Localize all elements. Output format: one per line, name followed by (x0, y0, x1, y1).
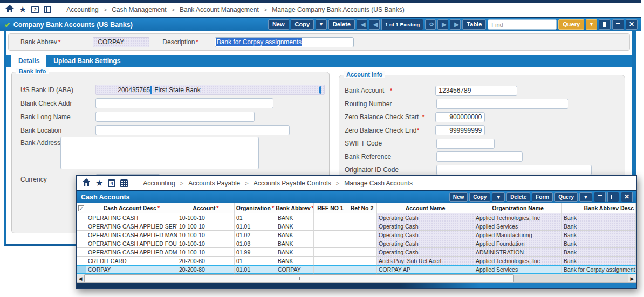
table-row[interactable]: CORPAY20-200-8001.01CORPAYCORPAY APAppli… (77, 265, 636, 274)
table-cell[interactable]: 10-100-10 (177, 239, 235, 248)
select-all-checkbox[interactable]: ✓ (77, 203, 86, 213)
table-cell[interactable]: Applied Technologies, Inc (474, 257, 562, 265)
scrollbar-thumb[interactable] (84, 274, 514, 282)
table-cell[interactable] (347, 239, 377, 248)
previous-record-icon[interactable]: ◀ (369, 19, 380, 30)
row-selector[interactable] (77, 239, 86, 248)
home-icon[interactable] (82, 178, 91, 188)
form-view-button[interactable]: Form (532, 192, 553, 202)
delete-button[interactable]: Delete (506, 192, 530, 202)
table-cell[interactable]: 01.02 (235, 231, 276, 239)
copy-dropdown-caret[interactable]: ▼ (492, 192, 505, 202)
bank-address-textarea[interactable] (60, 137, 259, 169)
apps-grid-icon[interactable] (120, 179, 128, 187)
bank-abbrev-field[interactable]: CORPAY (93, 37, 149, 47)
zero-balance-check-start-input[interactable] (435, 112, 485, 122)
table-cell[interactable]: 01.99 (235, 248, 276, 257)
breadcrumb-item[interactable]: Accounts Payable (188, 179, 240, 187)
row-selector[interactable] (77, 248, 86, 257)
table-row[interactable]: OPERATING CASH APPLIED MANUFAC10-100-100… (77, 231, 636, 239)
table-row[interactable]: CREDIT CARD20-200-6001BANKAccts Pay: Sub… (77, 257, 636, 265)
open-windows-count-badge[interactable]: 4 (108, 179, 115, 187)
table-cell[interactable]: 10-100-10 (177, 213, 235, 222)
row-selector[interactable] (77, 222, 86, 231)
table-cell[interactable]: Operating Cash (377, 248, 474, 257)
last-record-icon[interactable]: ▶ (450, 19, 461, 30)
table-cell[interactable]: OPERATING CASH (86, 213, 177, 222)
copy-button[interactable]: Copy (291, 19, 314, 30)
column-header[interactable]: Organization* (235, 203, 276, 213)
description-field[interactable]: Bank for Corpay assignments (215, 37, 354, 47)
table-cell[interactable]: 01.01 (235, 222, 276, 231)
table-row[interactable]: OPERATING CASH APPLIED SERVICE10-100-100… (77, 222, 636, 231)
next-record-icon[interactable]: ▶ (437, 19, 448, 30)
first-record-icon[interactable]: ◀ (357, 19, 367, 30)
table-cell[interactable]: Accts Pay: Sub Ret Accrl (377, 257, 474, 265)
bank-account-input[interactable] (435, 86, 517, 96)
close-button[interactable]: ✕ (621, 192, 633, 202)
table-cell[interactable]: 01.01 (235, 265, 276, 274)
minimize-button[interactable] (594, 192, 606, 202)
table-cell[interactable]: BANK (276, 257, 314, 265)
column-header[interactable]: Bank Abbrev Desc (562, 203, 636, 213)
breadcrumb-item[interactable]: Manage Cash Accounts (344, 179, 413, 187)
row-selector[interactable] (77, 257, 86, 265)
column-header[interactable]: REF NO 1 (314, 203, 347, 213)
breadcrumb-item[interactable]: Cash Management (112, 6, 166, 13)
table-cell[interactable]: CORPAY AP (377, 265, 474, 274)
close-button[interactable]: ✕ (626, 19, 638, 30)
table-cell[interactable]: 01.03 (235, 239, 276, 248)
scroll-right-icon[interactable]: ▶ (628, 276, 636, 281)
table-cell[interactable]: OPERATING CASH APPLIED ADMIN (86, 248, 177, 257)
table-cell[interactable]: BANK (276, 213, 314, 222)
blank-check-addr-input[interactable] (95, 98, 273, 108)
table-cell[interactable]: Operating Cash (377, 239, 474, 248)
apps-grid-icon[interactable] (44, 6, 51, 13)
copy-dropdown-caret[interactable]: ▼ (316, 19, 327, 30)
table-cell[interactable] (347, 257, 377, 265)
table-cell[interactable]: Applied Services (474, 222, 562, 231)
table-cell[interactable] (314, 239, 347, 248)
minimize-button[interactable] (612, 19, 624, 30)
row-selector[interactable] (77, 265, 86, 274)
query-button[interactable]: Query (554, 192, 578, 202)
table-cell[interactable] (314, 222, 347, 231)
table-cell[interactable] (314, 231, 347, 239)
breadcrumb-item[interactable]: Bank Account Management (180, 6, 259, 13)
us-bank-id-field[interactable]: 200435765 First State Bank (95, 85, 325, 95)
favorites-star-icon[interactable]: ★ (95, 179, 103, 187)
swift-code-input[interactable] (436, 139, 495, 149)
table-cell[interactable]: Operating Cash (377, 231, 474, 239)
bank-location-input[interactable] (95, 125, 290, 135)
breadcrumb-item[interactable]: Accounting (143, 179, 175, 187)
column-header[interactable]: Account* (177, 203, 235, 213)
table-cell[interactable] (314, 248, 347, 257)
column-header[interactable]: Organization Name (474, 203, 562, 213)
table-cell[interactable]: 10-100-10 (177, 231, 235, 239)
table-cell[interactable]: OPERATING CASH APPLIED MANUFAC (86, 231, 177, 239)
table-cell[interactable]: Applied Technologies, Inc (474, 213, 562, 222)
table-cell[interactable]: BANK (276, 239, 314, 248)
table-row[interactable]: OPERATING CASH APPLIED ADMIN10-100-1001.… (77, 248, 636, 257)
table-cell[interactable]: Bank (562, 248, 636, 257)
new-button[interactable]: New (268, 19, 289, 30)
table-cell[interactable] (314, 257, 347, 265)
breadcrumb-item[interactable]: Manage Company Bank Accounts (US Banks) (272, 6, 404, 13)
table-cell[interactable]: Bank (562, 222, 636, 231)
table-cell[interactable] (347, 248, 377, 257)
table-cell[interactable]: 20-200-80 (177, 265, 235, 274)
table-cell[interactable]: CORPAY (276, 265, 314, 274)
table-row[interactable]: OPERATING CASH APPLIED FOUNCAT10-100-100… (77, 239, 636, 248)
query-dropdown-caret[interactable]: ▼ (586, 19, 597, 30)
table-cell[interactable] (347, 222, 377, 231)
table-cell[interactable]: BANK (276, 248, 314, 257)
tab-upload-bank-settings[interactable]: Upload Bank Settings (46, 55, 127, 67)
row-selector[interactable] (77, 231, 86, 239)
table-cell[interactable]: ADMINISTRATION (474, 248, 562, 257)
table-cell[interactable]: BANK (276, 222, 314, 231)
new-button[interactable]: New (449, 192, 468, 202)
scrollbar-track[interactable] (84, 274, 628, 282)
table-cell[interactable]: Applied Foundation (474, 239, 562, 248)
breadcrumb-item[interactable]: Accounts Payable Controls (254, 179, 331, 187)
table-cell[interactable]: BANK (276, 231, 314, 239)
